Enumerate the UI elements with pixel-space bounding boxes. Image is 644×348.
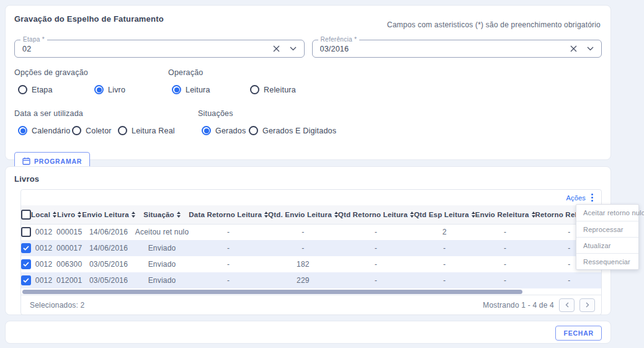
menu-item-ressequenciar[interactable]: Ressequenciar	[576, 253, 638, 269]
column-header-livro[interactable]: Livro	[56, 205, 82, 224]
radio-circle[interactable]	[202, 126, 211, 135]
radio-circle[interactable]	[94, 85, 104, 94]
table-row[interactable]: 001201200103/05/2016Enviado-229----	[21, 272, 601, 288]
radio-circle[interactable]	[249, 126, 258, 135]
required-fields-note: Campos com asteristicos (*) são de preen…	[387, 20, 601, 29]
acoes-dropdown-menu: Aceitar retorno nuloReprocessarAtualizar…	[576, 204, 639, 270]
cell-situacao: Enviado	[135, 272, 189, 288]
column-header-situacao[interactable]: Situação	[135, 205, 189, 224]
radio-gerados-e-digitados[interactable]: Gerados E Digitados	[249, 126, 336, 135]
select-all-checkbox[interactable]	[21, 210, 31, 220]
sort-icon[interactable]	[78, 212, 81, 218]
next-page-button[interactable]	[579, 298, 595, 312]
radio-group-operacao: Operação LeituraReleitura	[168, 68, 296, 94]
cell-envio_releitura: -	[475, 272, 535, 288]
horizontal-scrollbar-track[interactable]	[21, 288, 601, 295]
prev-page-button[interactable]	[559, 298, 575, 312]
radio-label: Calendário	[32, 127, 70, 135]
horizontal-scrollbar-thumb[interactable]	[22, 290, 522, 294]
cell-qtd_retorno_leitura: -	[338, 256, 414, 272]
livros-table: LocalLivroEnvio LeituraSituaçãoData Reto…	[21, 205, 601, 288]
fechar-button[interactable]: FECHAR	[555, 326, 602, 341]
row-checkbox[interactable]	[21, 275, 31, 285]
column-header-qtd_retorno_leitura[interactable]: Qtd Retorno Leitura	[338, 205, 414, 224]
cell-qtd_envio_leitura: -	[268, 224, 338, 240]
radio-group-situacoes: Situações GeradosGerados E Digitados	[198, 109, 336, 135]
column-label: Livro	[57, 211, 75, 218]
group-label: Data a ser utilizada	[14, 109, 198, 118]
column-label: Qtd Retorno Leitura	[338, 211, 408, 218]
clear-icon[interactable]	[273, 45, 280, 52]
etapa-field: Etapa *	[14, 40, 305, 58]
cell-envio_leitura: 14/06/2016	[82, 240, 135, 256]
row-checkbox[interactable]	[21, 259, 31, 269]
radio-circle[interactable]	[18, 126, 27, 135]
radio-livro[interactable]: Livro	[94, 85, 125, 94]
livros-title: Livros	[14, 174, 602, 184]
menu-item-aceitar-retorno-nulo[interactable]: Aceitar retorno nulo	[576, 205, 638, 221]
radio-circle[interactable]	[18, 85, 27, 94]
menu-item-reprocessar[interactable]: Reprocessar	[576, 221, 638, 237]
cell-livro: 000017	[56, 240, 82, 256]
radio-circle[interactable]	[250, 85, 259, 94]
cell-livro: 012001	[56, 272, 82, 288]
clear-icon[interactable]	[570, 45, 577, 52]
cell-livro: 006300	[56, 256, 82, 272]
table-row[interactable]: 001200001714/06/2016Enviado------	[21, 240, 601, 256]
cell-situacao: Enviado	[135, 240, 189, 256]
radio-leitura-real[interactable]: Leitura Real	[118, 126, 175, 135]
column-label: Envio Releitura	[475, 211, 529, 218]
radio-etapa[interactable]: Etapa	[18, 85, 94, 94]
table-row[interactable]: 001200001514/06/2016Aceitou ret nulo---2…	[21, 224, 601, 240]
group-label: Opções de gravação	[14, 68, 168, 77]
radio-coletor[interactable]: Coletor	[72, 126, 118, 135]
radio-gerados[interactable]: Gerados	[202, 126, 249, 135]
column-header-envio_releitura[interactable]: Envio Releitura	[475, 205, 535, 224]
sort-icon[interactable]	[177, 212, 181, 218]
cell-qtd_envio_leitura: -	[268, 240, 338, 256]
cell-envio_releitura: -	[475, 256, 535, 272]
column-label: Data Retorno Leitura	[189, 211, 262, 218]
cell-local: 0012	[31, 272, 56, 288]
selected-count: Selecionados: 2	[30, 301, 84, 310]
kebab-menu-icon[interactable]	[589, 193, 595, 202]
radio-row-2: Data a ser utilizada CalendárioColetorLe…	[14, 109, 602, 135]
column-header-qtd_envio_leitura[interactable]: Qtd. Envio Leitura	[268, 205, 338, 224]
cell-qtd_retorno_leitura: -	[338, 224, 414, 240]
cell-envio_releitura: -	[475, 224, 535, 240]
radio-releitura[interactable]: Releitura	[250, 85, 296, 94]
menu-item-atualizar[interactable]: Atualizar	[576, 237, 638, 253]
column-header-local[interactable]: Local	[31, 205, 56, 224]
referencia-field: Referência *	[312, 40, 602, 58]
cell-retorno_releitura: -	[535, 272, 602, 288]
cell-envio_leitura: 03/05/2016	[82, 256, 135, 272]
radio-circle[interactable]	[72, 126, 81, 135]
radio-circle[interactable]	[172, 85, 181, 94]
radio-leitura[interactable]: Leitura	[172, 85, 250, 94]
cell-qtd_esp_leitura: -	[414, 272, 475, 288]
column-header-qtd_esp_leitura[interactable]: Qtd Esp Leitura	[414, 205, 475, 224]
cell-qtd_envio_leitura: 182	[268, 256, 338, 272]
chevron-down-icon[interactable]	[587, 47, 594, 51]
livros-table-container: Ações LocalLivroEnvio LeituraSituaçãoDat…	[20, 189, 602, 315]
cell-local: 0012	[31, 240, 56, 256]
group-label: Situações	[198, 109, 336, 118]
row-checkbox[interactable]	[21, 227, 31, 237]
chevron-down-icon[interactable]	[290, 47, 297, 51]
chevron-right-icon	[586, 302, 589, 308]
radio-label: Leitura	[186, 86, 210, 94]
radio-label: Leitura Real	[132, 127, 175, 135]
column-header-data_retorno_leitura[interactable]: Data Retorno Leitura	[189, 205, 268, 224]
etapa-input[interactable]	[15, 40, 273, 57]
radio-calendário[interactable]: Calendário	[18, 126, 72, 135]
cell-qtd_retorno_leitura: -	[338, 240, 414, 256]
radio-label: Livro	[108, 86, 125, 94]
sort-icon[interactable]	[53, 212, 56, 218]
row-checkbox[interactable]	[21, 243, 31, 253]
column-header-envio_leitura[interactable]: Envio Leitura	[82, 205, 135, 224]
acoes-link[interactable]: Ações	[566, 194, 586, 202]
referencia-input[interactable]	[313, 40, 571, 57]
sort-icon[interactable]	[132, 212, 135, 218]
radio-circle[interactable]	[118, 126, 127, 135]
table-row[interactable]: 001200630003/05/2016Enviado-182----	[21, 256, 601, 272]
